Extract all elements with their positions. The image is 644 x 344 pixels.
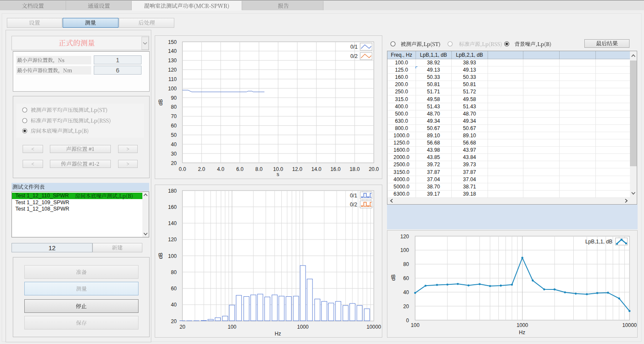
svg-text:160: 160 [168,204,177,210]
svg-text:100: 100 [411,322,420,328]
svg-text:50: 50 [171,132,177,138]
svg-text:16.0: 16.0 [330,166,341,172]
svg-text:110: 110 [168,76,177,82]
svg-text:120: 120 [168,237,177,243]
svg-text:20: 20 [171,160,177,166]
svg-text:80: 80 [171,104,177,110]
svg-text:20: 20 [179,324,185,330]
svg-text:180: 180 [168,188,177,194]
svg-text:10000: 10000 [622,322,637,328]
svg-text:10000: 10000 [367,324,381,330]
svg-text:LpB,1,1, dB: LpB,1,1, dB [585,239,612,245]
svg-text:18.0: 18.0 [349,166,360,172]
svg-text:30: 30 [171,151,177,157]
svg-text:12.0: 12.0 [292,166,303,172]
svg-text:140: 140 [168,220,177,226]
svg-text:0/1: 0/1 [350,193,357,199]
svg-text:80: 80 [403,261,409,267]
svg-text:0: 0 [406,318,409,324]
svg-text:14.0: 14.0 [311,166,321,172]
svg-text:70: 70 [171,113,177,119]
svg-text:60: 60 [171,123,177,129]
svg-text:2.0: 2.0 [198,166,205,172]
svg-text:60: 60 [403,275,409,281]
svg-text:90: 90 [171,95,177,101]
svg-text:Hz: Hz [519,330,526,335]
svg-text:80: 80 [171,269,177,275]
svg-text:6.0: 6.0 [236,166,243,172]
svg-text:140: 140 [168,48,177,54]
svg-text:150: 150 [168,39,177,45]
svg-text:120: 120 [400,234,409,240]
svg-text:20: 20 [171,318,177,324]
svg-text:130: 130 [168,58,177,64]
svg-text:100: 100 [400,247,409,253]
svg-text:60: 60 [171,286,177,292]
svg-text:20: 20 [403,304,409,309]
svg-text:40: 40 [171,302,177,308]
svg-text:120: 120 [168,67,177,73]
svg-text:0/2: 0/2 [350,202,357,208]
svg-text:40: 40 [171,142,177,147]
svg-text:s: s [277,171,279,177]
svg-text:1000: 1000 [297,324,309,330]
svg-text:100: 100 [228,324,237,330]
svg-text:20.0: 20.0 [369,166,379,172]
svg-text:dB: dB [158,99,164,106]
svg-text:0/1: 0/1 [350,44,358,50]
svg-text:0/2: 0/2 [350,53,358,59]
svg-text:1000: 1000 [517,322,528,328]
svg-text:dB: dB [158,253,164,259]
svg-text:100: 100 [168,253,177,259]
svg-text:Hz: Hz [275,331,281,337]
svg-text:0.0: 0.0 [179,166,186,172]
svg-text:40: 40 [403,289,409,295]
svg-text:100: 100 [168,86,177,92]
svg-text:8.0: 8.0 [255,166,263,172]
svg-text:4.0: 4.0 [217,166,224,172]
svg-text:dB: dB [390,275,396,281]
